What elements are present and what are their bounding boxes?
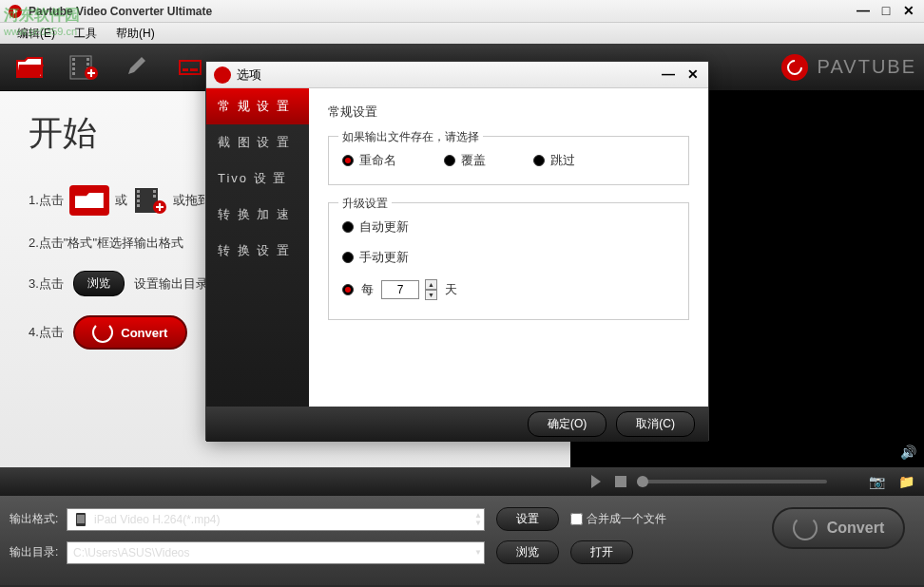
tab-general[interactable]: 常 规 设 置 [206,88,309,124]
upgrade-legend: 升级设置 [338,196,392,212]
interval-input[interactable] [381,280,419,299]
dialog-body: 常 规 设 置 截 图 设 置 Tivo 设 置 转 换 加 速 转 换 设 置… [206,88,708,407]
radio-manual-update[interactable]: 手动更新 [342,249,675,266]
output-exists-fieldset: 如果输出文件存在，请选择 重命名 覆盖 跳过 [328,136,689,185]
interval-row: 每 ▲ ▼ 天 [342,279,675,300]
radio-skip-circle [533,155,545,166]
tab-convert[interactable]: 转 换 设 置 [206,233,309,269]
radio-manual-circle [342,252,354,263]
options-dialog: 选项 — ✕ 常 规 设 置 截 图 设 置 Tivo 设 置 转 换 加 速 … [205,61,709,441]
dialog-overlay: 选项 — ✕ 常 规 设 置 截 图 设 置 Tivo 设 置 转 换 加 速 … [0,0,924,587]
radio-overwrite[interactable]: 覆盖 [444,152,486,169]
dialog-titlebar: 选项 — ✕ [206,62,708,88]
radio-rename-circle [342,155,354,166]
radio-auto-update[interactable]: 自动更新 [342,218,675,236]
interval-down[interactable]: ▼ [425,290,437,300]
dialog-content: 常规设置 如果输出文件存在，请选择 重命名 覆盖 [309,88,708,407]
interval-spinner: ▲ ▼ [425,279,437,300]
dialog-close[interactable]: ✕ [685,67,701,83]
dialog-footer: 确定(O) 取消(C) [206,407,708,442]
radio-skip[interactable]: 跳过 [533,152,575,169]
tab-screenshot[interactable]: 截 图 设 置 [206,124,309,161]
tab-accel[interactable]: 转 换 加 速 [206,197,309,233]
upgrade-fieldset: 升级设置 自动更新 手动更新 每 [328,202,689,320]
output-exists-legend: 如果输出文件存在，请选择 [338,129,483,145]
radio-auto-circle [342,221,354,233]
dialog-minimize[interactable]: — [661,67,676,83]
dialog-sidebar: 常 规 设 置 截 图 设 置 Tivo 设 置 转 换 加 速 转 换 设 置 [206,88,309,407]
cancel-button[interactable]: 取消(C) [616,411,695,437]
content-heading: 常规设置 [328,104,689,121]
radio-overwrite-circle [444,155,455,166]
radio-interval-circle[interactable] [342,284,354,295]
radio-rename[interactable]: 重命名 [342,152,396,169]
dialog-title: 选项 [237,66,661,84]
interval-up[interactable]: ▲ [425,279,437,290]
tab-tivo[interactable]: Tivo 设 置 [206,161,309,197]
ok-button[interactable]: 确定(O) [528,411,606,437]
dialog-icon [214,66,231,84]
